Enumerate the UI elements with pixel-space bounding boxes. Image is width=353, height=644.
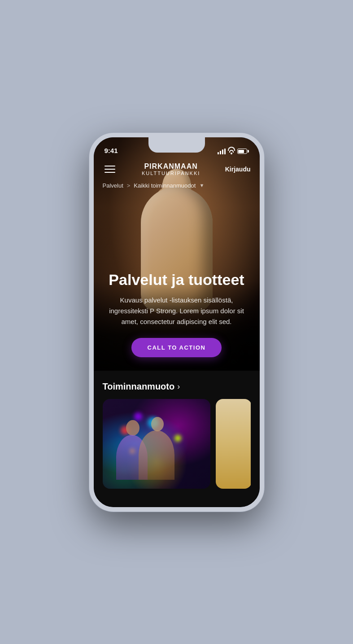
bokeh-2 [174, 435, 181, 442]
card-item-1[interactable] [103, 399, 210, 489]
bokeh-5 [134, 412, 142, 421]
status-time: 9:41 [105, 147, 118, 154]
logo: PIRKANMAAN KULTTUURIPANKKI [142, 162, 200, 176]
screen: 9:41 [94, 137, 260, 507]
breadcrumb-dropdown-icon[interactable]: ▼ [199, 183, 204, 188]
nav-bar: PIRKANMAAN KULTTUURIPANKKI Kirjaudu [94, 157, 260, 181]
breadcrumb-item-1[interactable]: Palvelut [103, 182, 123, 189]
section-arrow-icon[interactable]: › [177, 382, 180, 391]
breadcrumb-item-2[interactable]: Kaikki toiminnanmuodot [134, 182, 196, 189]
notch [148, 137, 205, 153]
logo-sub: KULTTUURIPANKKI [142, 171, 200, 176]
person-head-1 [126, 420, 139, 436]
status-icons [218, 149, 249, 154]
hero-title: Palvelut ja tuotteet [105, 272, 249, 288]
hero-description: Kuvaus palvelut -listauksen sisällöstä, … [105, 295, 248, 327]
cards-row [103, 399, 251, 489]
card-item-2[interactable] [216, 399, 251, 489]
person-head-2 [151, 417, 164, 431]
card-image-1 [103, 399, 210, 489]
hero-section: PIRKANMAAN KULTTUURIPANKKI Kirjaudu Palv… [94, 137, 260, 371]
signal-icon [218, 149, 226, 154]
content-section: Toiminnanmuoto › [94, 371, 260, 499]
breadcrumb: Palvelut > Kaikki toiminnanmuodot ▼ [103, 182, 205, 189]
login-button[interactable]: Kirjaudu [225, 166, 251, 173]
breadcrumb-separator: > [127, 182, 131, 189]
hamburger-menu[interactable] [103, 164, 117, 175]
phone-frame: 9:41 [89, 133, 264, 512]
section-title: Toiminnanmuoto [103, 381, 175, 392]
wifi-icon [228, 149, 235, 154]
battery-icon [237, 149, 249, 154]
cta-button[interactable]: CALL TO ACTION [131, 338, 222, 357]
person-2 [139, 430, 174, 480]
hero-content: Palvelut ja tuotteet Kuvaus palvelut -li… [94, 263, 260, 370]
section-header: Toiminnanmuoto › [103, 381, 251, 392]
logo-main: PIRKANMAAN [142, 162, 200, 171]
